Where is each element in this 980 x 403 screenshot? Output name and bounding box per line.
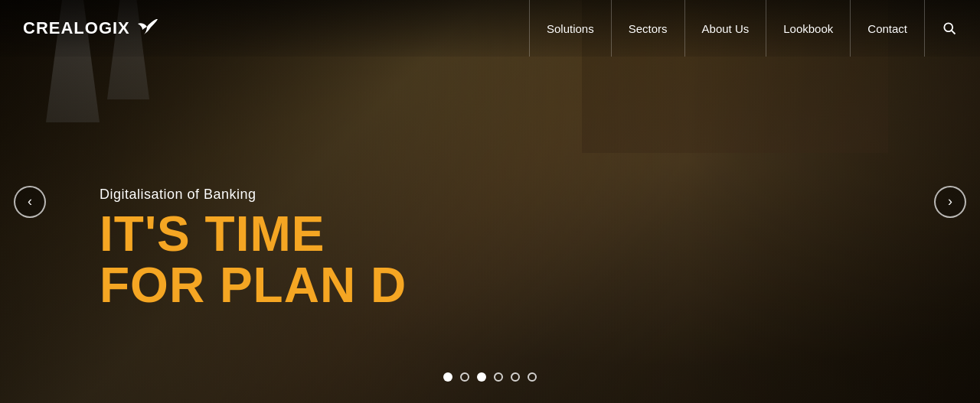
- hero-title: IT'S TIME FOR PLAN D: [100, 209, 407, 311]
- hero-subtitle: Digitalisation of Banking: [100, 187, 407, 203]
- carousel-dot-5[interactable]: [511, 372, 520, 382]
- carousel-dot-2[interactable]: [460, 372, 469, 382]
- nav-item-lookbook[interactable]: Lookbook: [766, 0, 851, 57]
- navbar: CREALOGIX Solutions Sectors About Us Loo…: [0, 0, 980, 57]
- search-button[interactable]: [925, 21, 957, 36]
- hero-section: CREALOGIX Solutions Sectors About Us Loo…: [0, 0, 980, 403]
- bird-svg-icon: [135, 16, 159, 37]
- search-icon: [942, 21, 957, 36]
- hero-title-line1: IT'S TIME: [100, 209, 407, 260]
- hero-content: Digitalisation of Banking IT'S TIME FOR …: [100, 187, 407, 311]
- nav-links: Solutions Sectors About Us Lookbook Cont…: [529, 0, 957, 57]
- carousel-dot-1[interactable]: [443, 372, 452, 382]
- carousel-dot-3[interactable]: [477, 372, 486, 382]
- carousel-dot-4[interactable]: [494, 372, 503, 382]
- nav-item-solutions[interactable]: Solutions: [529, 0, 612, 57]
- carousel-prev-button[interactable]: ‹: [14, 186, 46, 218]
- carousel-next-button[interactable]: ›: [934, 186, 966, 218]
- nav-item-contact[interactable]: Contact: [851, 0, 925, 57]
- nav-item-about-us[interactable]: About Us: [685, 0, 767, 57]
- hero-title-line2: FOR PLAN D: [100, 260, 407, 311]
- nav-item-sectors[interactable]: Sectors: [612, 0, 685, 57]
- logo-bird-icon: [135, 16, 159, 41]
- logo[interactable]: CREALOGIX: [23, 16, 159, 41]
- svg-line-1: [952, 31, 956, 34]
- svg-point-0: [944, 23, 952, 31]
- carousel-dot-6[interactable]: [528, 372, 537, 382]
- carousel-dots: [443, 372, 537, 382]
- logo-text: CREALOGIX: [23, 18, 130, 38]
